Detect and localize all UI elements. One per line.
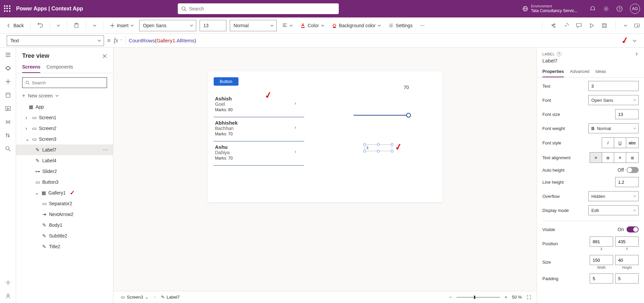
tab-components[interactable]: Components <box>46 61 73 73</box>
gallery-item[interactable]: Abhishek Bachhan Marks: 70 › <box>214 117 304 141</box>
data-icon[interactable] <box>5 92 11 98</box>
tree-item-slider2[interactable]: ⊶Slider2 <box>16 166 113 177</box>
avatar[interactable]: AG <box>630 4 640 14</box>
chevron-right-icon[interactable]: › <box>294 125 296 130</box>
prop-text-input[interactable] <box>588 81 639 91</box>
chevron-right-icon[interactable]: › <box>25 126 30 131</box>
chevron-right-icon[interactable]: › <box>294 100 296 106</box>
bgcolor-button[interactable]: Background color <box>330 21 383 30</box>
tab-ideas[interactable]: Ideas <box>595 66 606 77</box>
chevron-right-icon[interactable]: › <box>25 115 30 120</box>
tree-item-screen2[interactable]: ›▭Screen2 <box>16 123 113 134</box>
chevron-right-icon[interactable]: › <box>294 149 296 154</box>
zoom-out[interactable]: − <box>449 295 452 300</box>
tab-screveens[interactable]: Screens <box>22 61 40 73</box>
tab-properties[interactable]: Properties <box>542 66 564 77</box>
strike-button[interactable]: abc <box>626 138 638 148</box>
tree-search[interactable] <box>22 77 107 88</box>
hamburger-icon[interactable] <box>5 52 11 58</box>
formula-input[interactable]: CountRows(Gallery1.AllItems) <box>129 38 618 44</box>
canvas-label-slider[interactable]: 70 <box>404 85 409 90</box>
align-justify-button[interactable]: ≣ <box>626 153 638 163</box>
prop-height-input[interactable] <box>615 255 639 265</box>
tree-item-title2[interactable]: ✎Title2 <box>16 241 113 252</box>
expand-formula-icon[interactable] <box>632 38 637 43</box>
prop-padbot-input[interactable] <box>615 273 639 284</box>
breadcrumb-screen[interactable]: ▭Screen3⌄ <box>119 294 151 300</box>
chevron-down-icon[interactable]: ⌄ <box>35 190 39 196</box>
tree-item-subtitle2[interactable]: ✎Subtitle2 <box>16 230 113 241</box>
align-button[interactable] <box>280 21 295 30</box>
tree-item-label7[interactable]: ✎Label7⋯ <box>16 144 113 155</box>
chevron-right-icon[interactable] <box>635 52 639 56</box>
visible-toggle[interactable] <box>627 226 639 232</box>
chevron-down-icon[interactable] <box>624 24 627 27</box>
fx-icon[interactable]: fx ˅ <box>114 37 122 44</box>
tree-item-screen1[interactable]: ›▭Screen1 <box>16 112 113 123</box>
prop-displaymode-select[interactable]: Edit <box>588 205 639 215</box>
tree-item-body1[interactable]: ✎Body1 <box>16 220 113 230</box>
ask-icon[interactable] <box>5 293 11 299</box>
bell-icon[interactable] <box>590 6 596 12</box>
variables-icon[interactable] <box>5 119 11 125</box>
font-size-input[interactable]: 13 <box>200 20 226 31</box>
canvas-button[interactable]: Button <box>214 77 238 86</box>
align-center-button[interactable]: ≣ <box>602 153 614 163</box>
paste-button[interactable] <box>72 21 81 30</box>
back-button[interactable]: Back <box>4 21 26 30</box>
underline-button[interactable]: U <box>614 138 626 148</box>
gallery-item[interactable]: Ashish Goel Marks: 80 › <box>214 93 304 117</box>
close-icon[interactable] <box>102 54 107 58</box>
prop-lineheight-input[interactable] <box>615 177 639 187</box>
prop-font-select[interactable]: Open Sans <box>588 95 639 105</box>
tools-icon[interactable] <box>5 132 11 138</box>
prop-y-input[interactable] <box>615 236 639 247</box>
new-screen-button[interactable]: + New screen <box>16 90 113 101</box>
undo-split[interactable] <box>55 23 62 29</box>
prop-fontweight-select[interactable]: B Normal <box>588 123 639 133</box>
autoheight-toggle[interactable] <box>627 167 639 173</box>
gallery-item[interactable]: Ashu Dahiya Marks: 70 › <box>214 141 304 166</box>
canvas-gallery[interactable]: Ashish Goel Marks: 80 › Abhishek Bachhan… <box>214 93 304 166</box>
tree-item-app[interactable]: ▦App <box>16 101 113 112</box>
align-right-button[interactable]: ≡ <box>614 153 626 163</box>
color-button[interactable]: Color <box>298 21 326 30</box>
tree-icon[interactable] <box>5 65 11 71</box>
help-icon[interactable]: ? <box>616 6 623 12</box>
canvas-slider[interactable] <box>354 115 409 116</box>
breadcrumb-control[interactable]: ✎Label7 <box>159 294 182 300</box>
tree-item-label4[interactable]: ✎Label4 <box>16 155 113 166</box>
control-name[interactable]: Label7 <box>537 58 644 66</box>
info-icon[interactable]: ? <box>557 52 561 56</box>
zoom-slider[interactable] <box>457 297 500 298</box>
gear-icon[interactable] <box>5 279 11 286</box>
prop-fontsize-input[interactable] <box>615 109 639 119</box>
insert-button[interactable]: Insert <box>108 21 136 30</box>
slider-thumb[interactable] <box>406 113 411 118</box>
prop-padtop-input[interactable] <box>590 273 613 284</box>
zoom-in[interactable]: + <box>505 295 507 300</box>
chevron-down-icon[interactable]: ⌄ <box>25 136 30 142</box>
paste-split[interactable] <box>91 23 98 29</box>
more-icon[interactable]: ⋯ <box>103 147 108 153</box>
play-icon[interactable] <box>589 23 595 29</box>
media-icon[interactable] <box>5 105 11 112</box>
font-select[interactable]: Open Sans <box>139 20 196 31</box>
fit-icon[interactable] <box>527 295 531 300</box>
property-select[interactable]: Text <box>7 35 104 46</box>
waffle-icon[interactable] <box>4 5 11 12</box>
tab-advanced[interactable]: Advanced <box>570 66 589 77</box>
global-search[interactable] <box>178 3 339 14</box>
tree-item-button3[interactable]: ▭Button3 <box>16 177 113 187</box>
search-input[interactable] <box>189 6 335 11</box>
prop-width-input[interactable] <box>590 255 613 265</box>
font-weight-select[interactable]: Normal <box>230 20 277 31</box>
selected-label[interactable]: 3 <box>365 144 392 151</box>
save-icon[interactable] <box>601 23 607 29</box>
undo-button[interactable] <box>36 21 45 30</box>
tree-item-nextarrow2[interactable]: ⇥NextArrow2 <box>16 209 113 220</box>
tree-item-gallery1[interactable]: ⌄▦Gallery1✓ <box>16 187 113 198</box>
tree-item-separator2[interactable]: ▭Separator2 <box>16 198 113 209</box>
add-icon[interactable] <box>5 79 11 85</box>
prop-overflow-select[interactable]: Hidden <box>588 191 639 201</box>
